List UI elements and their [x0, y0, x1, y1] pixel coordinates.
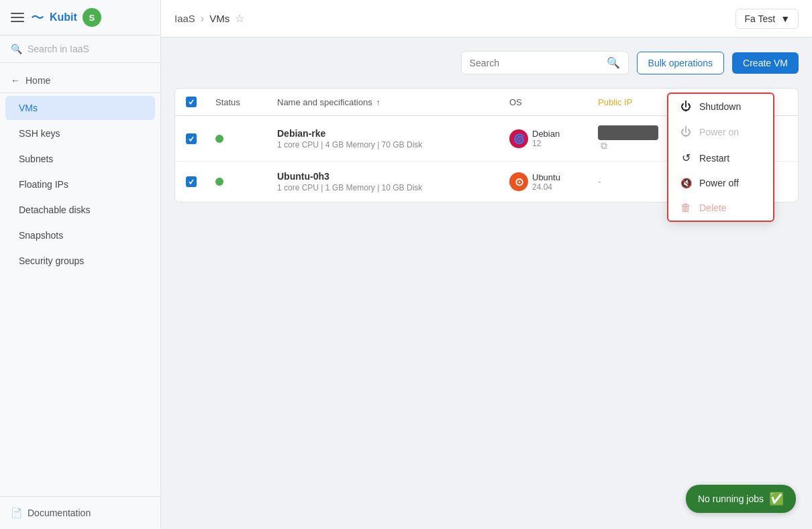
sidebar-item-vms[interactable]: VMs	[5, 96, 155, 120]
sidebar-search-icon: 🔍	[11, 44, 22, 54]
sidebar-item-label-subnets: Subnets	[19, 154, 53, 164]
os-version-debian: 12	[532, 139, 560, 148]
sidebar-item-floating-ips[interactable]: Floating IPs	[5, 172, 155, 196]
chevron-down-icon: ▼	[780, 13, 790, 24]
bulk-operations-dropdown: ⏻ Shutdown ⏻ Power on ↺ Restart 🔇 Power …	[667, 93, 774, 222]
documentation-link[interactable]: 📄 Documentation	[11, 508, 150, 518]
dropdown-item-power-on: ⏻ Power on	[668, 119, 773, 145]
search-icon: 🔍	[607, 56, 620, 69]
breadcrumb-current: VMs	[209, 13, 230, 24]
delete-icon: 🗑	[679, 202, 693, 214]
logo-wave-icon: 〜	[31, 9, 44, 27]
sidebar-item-label-security-groups: Security groups	[19, 255, 84, 266]
sidebar-item-label-floating-ips: Floating IPs	[19, 179, 68, 190]
toolbar: 🔍 Bulk operations Create VM	[174, 51, 799, 74]
status-indicator-running	[215, 135, 223, 143]
status-column-header: Status	[215, 97, 269, 107]
breadcrumb: IaaS › VMs ☆	[174, 12, 244, 25]
breadcrumb-separator: ›	[201, 13, 204, 25]
name-column-header[interactable]: Name and specifications ↑	[277, 97, 501, 107]
dropdown-item-shutdown[interactable]: ⏻ Shutdown	[668, 94, 773, 119]
power-on-icon: ⏻	[679, 126, 693, 138]
jobs-badge[interactable]: No running jobs ✅	[686, 485, 796, 513]
ip-dash: -	[598, 176, 601, 187]
sidebar-search-area: 🔍 Search in IaaS	[0, 36, 160, 63]
restart-icon: ↺	[679, 152, 693, 164]
os-column-header: OS	[509, 97, 590, 107]
sidebar-item-label-detachable-disks: Detachable disks	[19, 204, 91, 215]
status-indicator-running-2	[215, 178, 223, 186]
sidebar-item-subnets[interactable]: Subnets	[5, 147, 155, 171]
hamburger-menu[interactable]	[11, 13, 24, 22]
dropdown-label-power-on: Power on	[699, 127, 739, 137]
content-area: 🔍 Bulk operations Create VM Status Name …	[161, 38, 812, 529]
topbar-right: Fa Test ▼	[735, 9, 799, 29]
vm-name-debian[interactable]: Debian-rke	[277, 128, 501, 139]
debian-logo: 🌀	[509, 129, 528, 148]
sidebar-item-detachable-disks[interactable]: Detachable disks	[5, 198, 155, 222]
sidebar-home[interactable]: ← Home	[0, 68, 160, 93]
create-vm-button[interactable]: Create VM	[732, 52, 799, 74]
row-2-checkbox[interactable]	[186, 176, 197, 187]
sidebar-item-ssh-keys[interactable]: SSH keys	[5, 121, 155, 145]
dropdown-item-delete: 🗑 Delete	[668, 195, 773, 221]
home-arrow-icon: ←	[11, 75, 20, 86]
home-label: Home	[26, 75, 50, 86]
ubuntu-logo: ⊙	[509, 172, 528, 191]
breadcrumb-root[interactable]: IaaS	[174, 13, 195, 24]
os-version-ubuntu: 24.04	[532, 182, 560, 192]
sidebar-item-label-vms: VMs	[19, 103, 38, 113]
sidebar-search-placeholder[interactable]: Search in IaaS	[28, 44, 89, 54]
dropdown-item-restart[interactable]: ↺ Restart	[668, 145, 773, 171]
os-name-ubuntu: Ubuntu	[532, 172, 560, 182]
sidebar-item-label-ssh-keys: SSH keys	[19, 128, 60, 139]
project-name: Fa Test	[744, 13, 775, 24]
main-area: IaaS › VMs ☆ Fa Test ▼ 🔍 Bulk operations…	[161, 0, 812, 529]
vm-specs-debian: 1 core CPU | 4 GB Memory | 70 GB Disk	[277, 140, 501, 150]
jobs-badge-label: No running jobs	[698, 493, 764, 504]
logo-text: Kubit	[50, 11, 77, 23]
os-name-debian: Debian	[532, 129, 560, 139]
document-icon: 📄	[11, 508, 22, 518]
project-selector[interactable]: Fa Test ▼	[735, 9, 799, 29]
sidebar-nav: ← Home VMs SSH keys Subnets Floating IPs…	[0, 63, 160, 496]
dropdown-label-shutdown: Shutdown	[699, 101, 741, 112]
copy-icon[interactable]: ⧉	[601, 140, 607, 151]
logo-s-icon: S	[83, 8, 101, 27]
dropdown-label-restart: Restart	[699, 153, 729, 164]
os-badge-debian: 🌀 Debian 12	[509, 129, 590, 148]
ip-bar-hidden	[598, 125, 658, 140]
sidebar-header: 〜 Kubit S	[0, 0, 160, 36]
bulk-operations-button[interactable]: Bulk operations	[637, 52, 725, 74]
topbar: IaaS › VMs ☆ Fa Test ▼	[161, 0, 812, 38]
shutdown-icon: ⏻	[679, 101, 693, 113]
favorite-icon[interactable]: ☆	[235, 12, 244, 25]
dropdown-label-power-off: Power off	[699, 178, 739, 188]
vm-specs-ubuntu: 1 core CPU | 1 GB Memory | 10 GB Disk	[277, 183, 501, 192]
logo-area: 〜 Kubit S	[31, 8, 101, 27]
sidebar: 〜 Kubit S 🔍 Search in IaaS ← Home VMs SS…	[0, 0, 161, 529]
sidebar-item-security-groups[interactable]: Security groups	[5, 249, 155, 273]
vm-name-ubuntu[interactable]: Ubuntu-0h3	[277, 171, 501, 182]
row-1-checkbox[interactable]	[186, 133, 197, 144]
dropdown-label-delete: Delete	[699, 202, 726, 213]
select-all-checkbox[interactable]	[186, 97, 197, 107]
dropdown-item-power-off[interactable]: 🔇 Power off	[668, 171, 773, 195]
power-off-icon: 🔇	[679, 178, 693, 188]
sidebar-footer: 📄 Documentation	[0, 496, 160, 529]
sidebar-item-label-snapshots: Snapshots	[19, 230, 63, 241]
sidebar-item-snapshots[interactable]: Snapshots	[5, 223, 155, 247]
search-input[interactable]	[470, 58, 601, 68]
check-circle-icon: ✅	[769, 491, 784, 506]
sort-arrow-icon: ↑	[376, 98, 380, 107]
documentation-label: Documentation	[28, 508, 91, 518]
search-box[interactable]: 🔍	[461, 51, 629, 74]
os-badge-ubuntu: ⊙ Ubuntu 24.04	[509, 172, 590, 192]
